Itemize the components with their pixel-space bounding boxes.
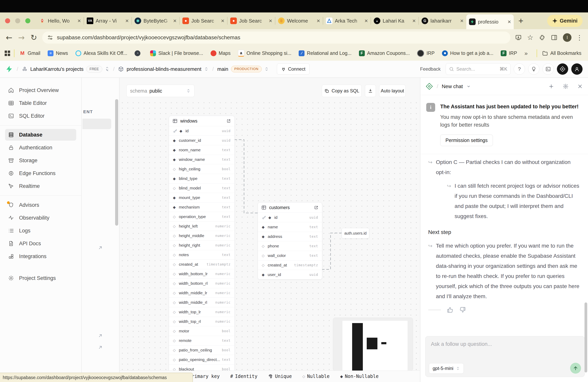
traffic-light-close[interactable] <box>5 18 10 23</box>
table-column-row[interactable]: ◆ window_name text <box>169 155 234 164</box>
tab-close-icon[interactable]: × <box>507 19 511 25</box>
bookmark-gmail[interactable]: MGmail <box>20 50 40 56</box>
sidebar-item-project-settings[interactable]: Project Settings <box>5 272 76 284</box>
submenu-active-item[interactable] <box>83 119 111 129</box>
bookmark-slack[interactable]: Slack | File browse... <box>150 50 203 56</box>
tab-close-icon[interactable]: × <box>173 18 177 24</box>
table-column-row[interactable]: ◇ remote text <box>169 336 234 345</box>
send-button[interactable] <box>570 363 581 374</box>
table-column-row[interactable]: ◆ mechanism text <box>169 202 234 212</box>
table-column-row[interactable]: ◇ notes text <box>169 250 234 259</box>
table-column-row[interactable]: ◇ width_top_lr numeric <box>169 307 234 317</box>
new-chat-plus-icon[interactable] <box>548 84 554 89</box>
table-column-row[interactable]: ◇ blackout bool <box>169 364 234 371</box>
tab-close-icon[interactable]: × <box>125 18 129 24</box>
bookmark-globe[interactable]: ◔ <box>135 50 143 56</box>
chat-title[interactable]: New chat <box>442 84 463 89</box>
bookmark-chase[interactable]: How to get a job a... <box>442 50 493 56</box>
feedback-link[interactable]: Feedback <box>420 66 441 72</box>
breadcrumb-org[interactable]: LahariKarrotu's projects <box>30 66 84 72</box>
table-column-row[interactable]: ◆ blind_type text <box>169 174 234 183</box>
tab-close-icon[interactable]: × <box>269 18 272 24</box>
table-column-row[interactable]: ◇ height_right numeric <box>169 240 234 250</box>
table-column-row[interactable]: ◆ id uuid <box>169 126 234 136</box>
project-switcher-chevrons-icon[interactable] <box>204 66 209 72</box>
cli-terminal-button[interactable] <box>543 64 554 75</box>
table-column-row[interactable]: ◇ wall_color text <box>258 251 322 260</box>
browser-tab[interactable]: Job Searc × <box>228 14 275 27</box>
permission-settings-button[interactable]: Permission settings <box>440 135 493 146</box>
sidebar-item-observability[interactable]: Observability <box>5 212 76 224</box>
bookmark-star-icon[interactable]: ☆ <box>527 33 533 42</box>
table-column-row[interactable]: ◇ width_bottom_lr numeric <box>169 269 234 278</box>
bookmark-irp-2[interactable]: FIRP <box>501 50 517 56</box>
auth-users-ref-node[interactable]: auth.users.id <box>342 228 369 238</box>
table-column-row[interactable]: ◆ room_name text <box>169 145 234 155</box>
table-column-row[interactable]: ◇ height_left numeric <box>169 221 234 231</box>
chat-title-chevron-icon[interactable] <box>466 84 471 89</box>
sidebar-item-authentication[interactable]: Authentication <box>5 142 76 153</box>
auto-layout-button[interactable]: Auto layout <box>379 85 406 97</box>
bookmark-relational[interactable]: ⁄Relational and Log... <box>299 50 351 56</box>
bookmarks-overflow-chevrons[interactable]: » <box>525 50 528 57</box>
tab-close-icon[interactable]: × <box>412 18 416 24</box>
forward-button[interactable]: → <box>18 33 25 42</box>
traffic-light-minimize[interactable] <box>15 18 20 23</box>
help-button[interactable]: ? <box>514 64 525 75</box>
bookmark-irp[interactable]: IRP <box>417 50 435 57</box>
table-column-row[interactable]: ◇ blind_model text <box>169 183 234 193</box>
follow-up-question-input[interactable] <box>431 341 548 347</box>
table-node-customers[interactable]: customers ◆ id uuid ◆ name text ◆ addres… <box>258 202 322 279</box>
table-column-row[interactable]: ◆ customer_id uuid <box>169 136 234 145</box>
schema-visualizer-canvas[interactable]: schema public Copy as SQL Auto layout wi… <box>120 78 420 371</box>
sidebar-item-storage[interactable]: Storage <box>5 155 76 166</box>
assistant-button[interactable] <box>557 64 568 75</box>
breadcrumb-project[interactable]: professional-blinds-measurement <box>126 66 201 72</box>
assistant-scrollbar[interactable] <box>585 302 587 372</box>
table-column-row[interactable]: ◆ address text <box>258 232 322 241</box>
close-panel-icon[interactable] <box>577 84 583 89</box>
submenu-scrollbar[interactable] <box>115 99 118 226</box>
copy-as-sql-button[interactable]: Copy as SQL <box>322 85 362 97</box>
sidebar-item-api-docs[interactable]: API Docs <box>5 238 76 249</box>
table-column-row[interactable]: ◇ patio_opening_direct... text <box>169 355 234 364</box>
branch-switcher-chevrons-icon[interactable] <box>264 66 269 72</box>
download-schema-button[interactable] <box>365 85 376 97</box>
tab-close-icon[interactable]: × <box>364 18 368 24</box>
browser-tab[interactable]: ByteByteG × <box>132 14 179 27</box>
table-column-row[interactable]: ◇ motor bool <box>169 326 234 336</box>
sidebar-item-advisors[interactable]: Advisors <box>5 199 76 211</box>
global-search-input[interactable]: Search... ⌘K <box>446 63 511 75</box>
browser-tab[interactable]: VA Array - Vi × <box>84 14 131 27</box>
new-tab-button[interactable]: + <box>518 16 524 26</box>
hint-bulb-button[interactable] <box>528 64 539 75</box>
sidebar-item-database[interactable]: Database <box>5 129 76 141</box>
url-bar[interactable]: supabase.com/dashboard/project/vyjkooeoc… <box>42 32 510 43</box>
table-column-row[interactable]: ◇ created_at timestamptz <box>258 260 322 270</box>
table-node-windows[interactable]: windows ◆ id uuid ◆ customer_id uuid ◆ r… <box>169 116 235 371</box>
model-select[interactable]: gpt-5-mini <box>429 363 464 374</box>
table-header[interactable]: customers <box>258 202 322 212</box>
tab-close-icon[interactable]: × <box>316 18 320 24</box>
bookmark-news[interactable]: ≡News <box>48 50 68 56</box>
side-panel-icon[interactable] <box>551 34 557 41</box>
browser-tab[interactable]: Welcome × <box>275 14 323 27</box>
external-link-arrow-icon[interactable] <box>98 333 103 339</box>
reload-button[interactable]: ↻ <box>31 33 37 42</box>
table-column-row[interactable]: ◇ patio_from_ceiling bool <box>169 345 234 355</box>
breadcrumb-branch[interactable]: main <box>217 66 228 72</box>
browser-profile-avatar[interactable]: I <box>563 33 571 42</box>
table-column-row[interactable]: ◆ id uuid <box>258 212 322 222</box>
browser-tab[interactable]: Arka Tech × <box>323 14 371 27</box>
table-column-row[interactable]: ◇ width_middle_rl numeric <box>169 297 234 307</box>
sidebar-item-sql-editor[interactable]: SQL Editor <box>5 110 76 122</box>
browser-tab-active[interactable]: professio × <box>466 14 514 29</box>
connect-button[interactable]: Connect <box>277 64 309 75</box>
sidebar-item-integrations[interactable]: Integrations <box>5 251 76 262</box>
bookmark-alexa[interactable]: Alexa Skills Kit Off... <box>75 50 127 56</box>
gemini-button[interactable]: Gemini <box>547 15 583 27</box>
table-column-row[interactable]: ◆ mount_type text <box>169 193 234 202</box>
table-column-row[interactable]: ◇ operation_type text <box>169 212 234 221</box>
install-app-icon[interactable] <box>515 34 522 41</box>
table-header[interactable]: windows <box>169 116 234 126</box>
